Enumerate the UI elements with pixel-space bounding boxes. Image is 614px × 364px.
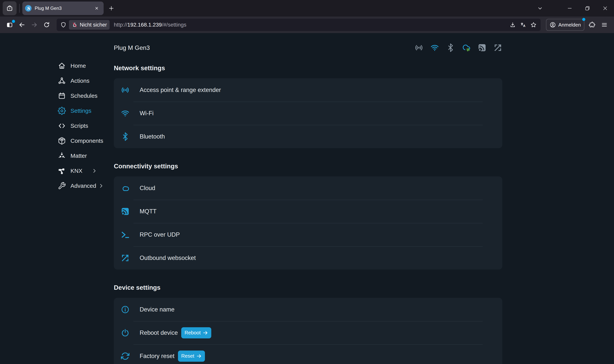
shield-icon <box>60 22 67 28</box>
sidebar-toggle-button[interactable] <box>3 19 16 31</box>
row-factory-reset[interactable]: Factory reset Reset <box>114 344 502 364</box>
restore-button[interactable] <box>579 0 596 16</box>
account-person-icon <box>549 22 556 28</box>
bookmark-star-button[interactable] <box>528 20 539 30</box>
settings-main: Plug M Gen3 <box>114 33 502 364</box>
connectivity-settings-card: Cloud MQTT <box>114 176 502 270</box>
sidebar-item-actions[interactable]: Actions <box>58 73 114 88</box>
plus-icon <box>109 5 114 11</box>
row-bluetooth[interactable]: Bluetooth <box>114 125 502 148</box>
sidebar-item-label: Home <box>70 63 86 69</box>
tab-title: Plug M Gen3 <box>35 6 93 11</box>
browser-window: S Plug M Gen3 <box>0 0 614 364</box>
forward-button[interactable] <box>28 19 41 31</box>
settings-row-label: Bluetooth <box>140 133 165 140</box>
url-scheme: http:// <box>114 22 127 28</box>
home-icon <box>58 62 66 70</box>
row-mqtt[interactable]: MQTT <box>114 200 502 223</box>
account-notification-dot <box>582 18 585 21</box>
settings-row-label: Access point & range extender <box>140 87 221 93</box>
row-rpc-over-udp[interactable]: RPC over UDP <box>114 223 502 246</box>
access-point-status-icon[interactable] <box>414 43 423 52</box>
reboot-button-label: Reboot <box>185 330 201 336</box>
page-header: Plug M Gen3 <box>114 43 502 52</box>
tracking-protection-shield-icon[interactable] <box>58 20 68 30</box>
translate-icon: A <box>520 22 526 28</box>
arrow-right-icon <box>203 330 208 336</box>
row-cloud[interactable]: Cloud <box>114 176 502 200</box>
tab-close-button[interactable] <box>93 4 101 13</box>
close-icon <box>95 6 99 10</box>
actions-icon <box>58 77 66 85</box>
outbound-websocket-status-icon[interactable] <box>493 43 502 52</box>
row-outbound-websocket[interactable]: Outbound websocket <box>114 246 502 270</box>
components-cube-icon <box>58 137 66 145</box>
extensions-button[interactable] <box>586 19 598 31</box>
sidebar-item-label: Schedules <box>70 92 97 99</box>
device-title: Plug M Gen3 <box>114 44 150 51</box>
back-button[interactable] <box>16 19 28 31</box>
cloud-icon <box>121 184 130 193</box>
reload-button[interactable] <box>41 19 53 31</box>
download-icon <box>510 22 516 28</box>
sidebar-item-components[interactable]: Components <box>58 133 114 148</box>
sidebar-item-label: Advanced <box>70 182 96 189</box>
new-tab-button[interactable] <box>106 3 117 14</box>
url-path: /#/settings <box>162 22 186 28</box>
sidebar-item-label: KNX <box>70 168 82 174</box>
account-label: Anmelden <box>558 22 581 28</box>
sidebar-item-settings[interactable]: Settings <box>58 103 114 118</box>
chevron-right-icon <box>92 168 97 173</box>
tab-bar: S Plug M Gen3 <box>0 0 614 16</box>
wifi-status-icon[interactable] <box>430 43 439 52</box>
url-bar[interactable]: Nicht sicher http://192.168.1.239/#/sett… <box>57 19 541 31</box>
minimize-button[interactable] <box>561 0 579 16</box>
sidebar-item-home[interactable]: Home <box>58 58 114 73</box>
sidebar-item-label: Actions <box>70 78 89 84</box>
hamburger-menu-icon <box>601 21 608 28</box>
forward-arrow-icon <box>31 21 38 28</box>
chevron-right-icon <box>98 183 104 189</box>
settings-row-label: Device name <box>140 306 175 313</box>
sidebar-item-schedules[interactable]: Schedules <box>58 88 114 103</box>
close-window-button[interactable] <box>596 0 614 16</box>
reboot-button[interactable]: Reboot <box>181 327 211 338</box>
mqtt-icon <box>121 207 130 216</box>
sidebar-item-knx[interactable]: KNX <box>58 163 114 178</box>
row-reboot-device[interactable]: Reboot device Reboot <box>114 321 502 344</box>
sidebar-item-matter[interactable]: Matter <box>58 148 114 163</box>
sidebar-item-scripts[interactable]: Scripts <box>58 118 114 133</box>
tab-plug-m-gen3[interactable]: S Plug M Gen3 <box>22 1 104 15</box>
row-wifi[interactable]: Wi-Fi <box>114 102 502 125</box>
firefox-view-button[interactable] <box>3 1 16 15</box>
section-heading-connectivity: Connectivity settings <box>114 162 502 170</box>
site-security-chip[interactable]: Nicht sicher <box>69 20 109 30</box>
settings-row-label: Wi-Fi <box>140 110 153 117</box>
calendar-icon <box>58 92 66 100</box>
chevron-down-icon <box>537 5 543 11</box>
list-all-tabs-button[interactable] <box>534 2 546 14</box>
sidebar-item-label: Scripts <box>70 123 88 129</box>
reset-button-label: Reset <box>181 353 194 359</box>
outbound-websocket-icon <box>121 254 130 262</box>
info-icon <box>121 305 130 314</box>
translate-button[interactable]: A <box>518 20 528 30</box>
reset-button[interactable]: Reset <box>178 351 205 362</box>
mqtt-status-icon[interactable] <box>478 43 487 52</box>
sidebar-item-advanced[interactable]: Advanced <box>58 178 114 193</box>
row-access-point[interactable]: Access point & range extender <box>114 78 502 102</box>
settings-row-label: Cloud <box>140 185 155 192</box>
section-heading-device: Device settings <box>114 284 502 291</box>
row-device-name[interactable]: Device name <box>114 298 502 321</box>
shelly-favicon: S <box>25 5 32 12</box>
access-point-icon <box>121 86 130 94</box>
star-icon <box>531 22 537 28</box>
bluetooth-status-icon[interactable] <box>446 43 455 52</box>
cloud-status-icon[interactable] <box>462 43 471 52</box>
save-page-button[interactable] <box>507 20 518 30</box>
settings-row-label: Outbound websocket <box>140 255 196 261</box>
sign-in-account-button[interactable]: Anmelden <box>546 19 584 31</box>
app-menu-button[interactable] <box>598 19 611 31</box>
close-icon <box>602 5 608 11</box>
puzzle-piece-icon <box>588 21 596 28</box>
